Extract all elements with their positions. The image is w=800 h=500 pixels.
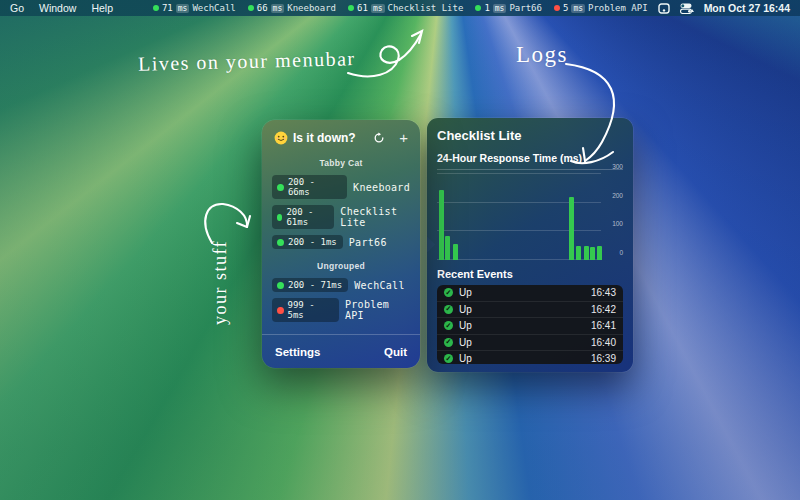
menu-go[interactable]: Go [10, 2, 24, 14]
response-time-bar [453, 244, 458, 260]
status-dot [248, 5, 254, 11]
up-check-icon: ✓ [444, 321, 453, 330]
event-time: 16:39 [591, 353, 616, 364]
status-unit: ms [493, 4, 507, 13]
up-check-icon: ✓ [444, 338, 453, 347]
response-time-chart: 3002001000 [437, 174, 623, 260]
up-check-icon: ✓ [444, 288, 453, 297]
status-badge: 999 - 5ms [272, 298, 339, 322]
event-status-label: Up [459, 337, 585, 348]
status-badge: 200 - 66ms [272, 175, 347, 199]
status-name: Part66 [509, 3, 542, 13]
menubar-status-item[interactable]: 5msProblem API [554, 3, 648, 13]
event-row: ✓Up16:40 [437, 335, 623, 352]
menubar-clock[interactable]: Mon Oct 27 16:44 [704, 2, 790, 14]
status-badge: 200 - 71ms [272, 278, 348, 292]
chart-gridline [437, 173, 601, 174]
chart-title: 24-Hour Response Time (ms) [437, 152, 623, 164]
status-name: Checklist Lite [388, 3, 464, 13]
monitor-row[interactable]: 200 - 66msKneeboard [262, 172, 420, 202]
status-dot [554, 5, 560, 11]
status-unit: ms [571, 4, 585, 13]
status-unit: ms [176, 4, 190, 13]
monitor-status-dot [277, 184, 284, 191]
event-time: 16:41 [591, 320, 616, 331]
desktop: GoWindowHelp 71msWechCall66msKneeboard61… [0, 0, 800, 500]
menubar-status-items: 71msWechCall66msKneeboard61msChecklist L… [153, 3, 648, 13]
screen-mirroring-icon[interactable] [658, 3, 670, 14]
chart-gridline [437, 230, 601, 231]
chart-gridline [437, 202, 601, 203]
monitor-name: Checklist Lite [340, 206, 410, 228]
response-time-bar [584, 246, 589, 260]
monitor-name: Part66 [349, 237, 387, 248]
monitor-row[interactable]: 999 - 5msProblem API [262, 295, 420, 325]
status-name: WechCall [192, 3, 235, 13]
annotation-your-stuff: your stuff [210, 218, 231, 348]
event-row: ✓Up16:39 [437, 351, 623, 364]
event-row: ✓Up16:42 [437, 302, 623, 319]
event-status-label: Up [459, 353, 585, 364]
event-time: 16:40 [591, 337, 616, 348]
status-value: 5 [563, 3, 568, 13]
chart-ytick-label: 200 [603, 192, 623, 199]
detail-content: Checklist Lite 24-Hour Response Time (ms… [427, 118, 633, 372]
status-value: 61 [357, 3, 368, 13]
status-name: Kneeboard [287, 3, 336, 13]
monitor-row[interactable]: 200 - 61msChecklist Lite [262, 202, 420, 232]
badge-text: 200 - 61ms [286, 207, 328, 227]
annotation-logs: Logs [516, 42, 568, 68]
menubar-menus: GoWindowHelp [10, 2, 113, 14]
response-time-bar [590, 247, 595, 260]
group-label: Ungrouped [262, 261, 420, 271]
event-time: 16:42 [591, 304, 616, 315]
detail-title: Checklist Lite [437, 128, 623, 143]
monitor-status-dot [277, 214, 282, 221]
menubar-status-item[interactable]: 1msPart66 [475, 3, 542, 13]
status-dot [153, 5, 159, 11]
menu-help[interactable]: Help [91, 2, 113, 14]
popover-header: Is it down? + [262, 120, 420, 149]
refresh-button[interactable] [373, 132, 385, 144]
event-status-label: Up [459, 304, 585, 315]
menu-window[interactable]: Window [39, 2, 76, 14]
recent-events-title: Recent Events [437, 268, 623, 280]
status-value: 66 [257, 3, 268, 13]
event-time: 16:43 [591, 287, 616, 298]
badge-text: 999 - 5ms [288, 300, 333, 320]
chart-separator [437, 169, 623, 170]
settings-button[interactable]: Settings [275, 346, 320, 358]
chart-plot-area [437, 174, 601, 260]
response-time-bar [439, 190, 444, 260]
menubar-status-item[interactable]: 61msChecklist Lite [348, 3, 463, 13]
popover-footer: Settings Quit [262, 334, 420, 368]
monitor-row[interactable]: 200 - 71msWechCall [262, 275, 420, 295]
status-dot [348, 5, 354, 11]
menubar: GoWindowHelp 71msWechCall66msKneeboard61… [0, 0, 800, 16]
status-name: Problem API [588, 3, 648, 13]
event-status-label: Up [459, 287, 585, 298]
response-time-bar [576, 246, 581, 260]
monitor-status-dot [277, 307, 284, 314]
group-label: Tabby Cat [262, 158, 420, 168]
add-monitor-button[interactable]: + [399, 133, 408, 143]
uptime-popover: Is it down? + Tabby Cat200 - 66msKneeboa… [262, 120, 420, 368]
control-center-icon[interactable] [680, 3, 694, 14]
status-unit: ms [271, 4, 285, 13]
event-row: ✓Up16:41 [437, 318, 623, 335]
response-time-bar [597, 246, 602, 260]
menubar-status-item[interactable]: 66msKneeboard [248, 3, 336, 13]
smiley-emoji-icon [274, 131, 288, 145]
badge-text: 200 - 71ms [288, 280, 342, 290]
status-value: 1 [484, 3, 489, 13]
status-dot [475, 5, 481, 11]
monitor-row[interactable]: 200 - 1msPart66 [262, 232, 420, 252]
menubar-status-item[interactable]: 71msWechCall [153, 3, 236, 13]
monitor-status-dot [277, 282, 284, 289]
status-unit: ms [371, 4, 385, 13]
chart-ytick-label: 300 [603, 163, 623, 170]
event-status-label: Up [459, 320, 585, 331]
status-badge: 200 - 1ms [272, 235, 343, 249]
quit-button[interactable]: Quit [384, 346, 407, 358]
event-row: ✓Up16:43 [437, 285, 623, 302]
